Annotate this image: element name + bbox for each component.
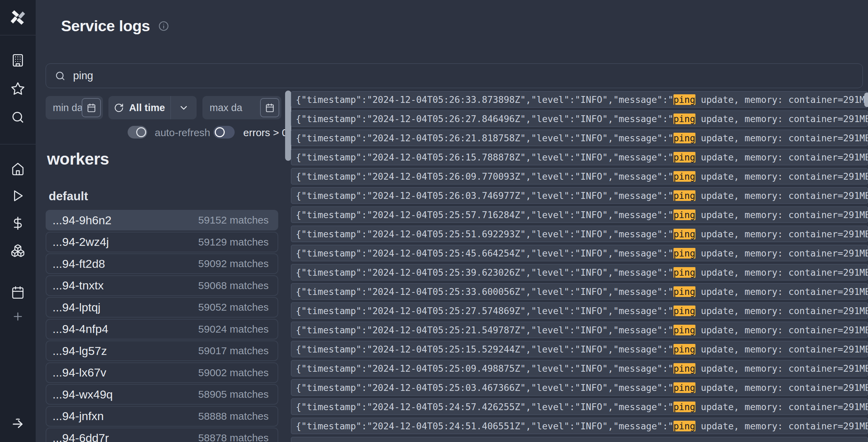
log-row[interactable]: {"timestamp":" 2024-12-04T05:25:57.71628… <box>291 206 868 223</box>
right-scrollbar-thumb[interactable] <box>864 93 868 107</box>
log-row[interactable]: {"timestamp":" 2024-12-04T05:25:39.62302… <box>291 264 868 280</box>
sidebar-divider <box>0 144 36 144</box>
log-timestamp: 2024-12-04T05:26:15.788878Z <box>372 152 520 163</box>
worker-row[interactable]: ...94-tnxtx 59068 matches <box>46 275 278 296</box>
log-json-mid: ","level":"INFO","message":" <box>520 171 673 182</box>
worker-row[interactable]: ...94-2wz4j 59129 matches <box>46 232 278 252</box>
max-date-field[interactable]: max da <box>202 96 281 119</box>
log-row[interactable]: {"timestamp":" 2024-12-04T05:25:33.60005… <box>291 283 868 300</box>
log-search-highlight: ping <box>673 267 695 278</box>
building-icon[interactable] <box>0 50 36 71</box>
worker-row[interactable]: ...94-wx49q 58905 matches <box>46 384 278 405</box>
calendar-icon[interactable] <box>0 282 36 303</box>
log-row[interactable]: {"timestamp":" 2024-12-04T05:26:03.74697… <box>291 187 868 204</box>
log-search-highlight: ping <box>673 286 695 297</box>
log-timestamp: 2024-12-04T05:25:21.549787Z <box>372 325 520 335</box>
worker-match-count: 58888 matches <box>198 410 269 422</box>
log-message-suffix: update, memory: container=291MB <box>695 229 868 239</box>
toggle-knob <box>136 127 146 137</box>
max-date-placeholder: max da <box>202 102 242 114</box>
refresh-icon <box>114 103 124 113</box>
log-json-prefix: {"timestamp":" <box>296 114 372 124</box>
log-row[interactable]: {"timestamp":" 2024-12-04T05:24:57.42625… <box>291 398 868 415</box>
log-message-suffix: update, memory: container=291MB <box>695 363 868 374</box>
boxes-icon[interactable] <box>0 240 36 261</box>
log-search-highlight: ping <box>673 402 695 412</box>
main-content: Service logs min da All time <box>36 0 868 442</box>
info-circle-icon[interactable] <box>158 21 169 32</box>
log-scrollbar-thumb[interactable] <box>285 91 291 161</box>
log-row[interactable]: {"timestamp":" 2024-12-04T05:24:51.40655… <box>291 418 868 434</box>
worker-row[interactable]: ...94-lx67v 59002 matches <box>46 362 278 383</box>
workers-heading: workers <box>47 150 109 168</box>
windmill-logo[interactable] <box>0 0 36 35</box>
worker-row[interactable]: ...94-lg57z 59017 matches <box>46 341 278 361</box>
log-search-highlight: ping <box>673 229 695 239</box>
log-row[interactable]: {"timestamp":" 2024-12-04T05:26:33.87389… <box>291 91 868 108</box>
max-date-calendar-button[interactable] <box>260 98 279 117</box>
time-range-main[interactable]: All time <box>108 96 171 119</box>
log-message-suffix: update, memory: container=291MB <box>695 382 868 393</box>
worker-row[interactable]: ...94-ft2d8 59092 matches <box>46 253 278 274</box>
expand-sidebar-arrow-icon[interactable] <box>0 414 36 434</box>
log-row[interactable]: {"timestamp":" 2024-12-04T05:26:09.77009… <box>291 168 868 184</box>
worker-row[interactable]: ...94-4nfp4 59024 matches <box>46 319 278 339</box>
log-row[interactable]: {"timestamp":" 2024-12-04T05:25:15.52924… <box>291 341 868 357</box>
worker-row[interactable]: ...94-lptqj 59052 matches <box>46 297 278 318</box>
log-timestamp: 2024-12-04T05:26:09.770093Z <box>372 171 520 182</box>
dollar-icon[interactable] <box>0 213 36 234</box>
worker-group-heading: default <box>49 189 88 203</box>
log-row[interactable]: {"timestamp":" 2024-12-04T05:26:21.81875… <box>291 130 868 146</box>
min-date-calendar-button[interactable] <box>82 98 101 117</box>
min-date-field[interactable]: min da <box>46 96 103 119</box>
log-timestamp: 2024-12-04T05:26:21.818758Z <box>372 133 520 143</box>
worker-row[interactable]: ...94-9h6n2 59152 matches <box>46 210 278 230</box>
toggle-knob <box>215 127 225 137</box>
worker-list: ...94-9h6n2 59152 matches ...94-2wz4j 59… <box>46 210 278 442</box>
log-search-highlight: ping <box>673 325 695 335</box>
log-row[interactable]: {"timestamp":" 2024-12-04T05:25:51.69229… <box>291 226 868 242</box>
log-json-prefix: {"timestamp":" <box>296 267 372 278</box>
worker-row[interactable]: ...94-jnfxn 58888 matches <box>46 406 278 427</box>
worker-match-count: 59017 matches <box>198 345 269 357</box>
plus-icon[interactable] <box>0 306 36 327</box>
worker-match-count: 59002 matches <box>198 367 269 379</box>
time-range-dropdown-button[interactable] <box>171 96 197 119</box>
worker-row[interactable]: ...94-6dd7r 58878 matches <box>46 428 278 442</box>
errors-toggle[interactable] <box>213 126 235 139</box>
log-row[interactable]: {"timestamp":" 2024-12-04T05:26:27.84649… <box>291 110 868 127</box>
log-row[interactable]: {"timestamp":" 2024-12-04T05:25:45.66425… <box>291 245 868 261</box>
log-timestamp: 2024-12-04T05:25:57.716284Z <box>372 210 520 220</box>
log-message-suffix: update, memory: container=291MB <box>695 171 868 182</box>
log-list: {"timestamp":" 2024-12-04T05:26:33.87389… <box>291 91 868 442</box>
log-row[interactable]: {"timestamp":" 2024-12-04T05:25:21.54978… <box>291 322 868 338</box>
log-message-suffix: update, memory: container=291MB <box>695 152 868 163</box>
log-message-suffix: update, memory: container=291MB <box>695 306 868 316</box>
worker-match-count: 59092 matches <box>198 258 269 270</box>
log-json-mid: ","level":"INFO","message":" <box>520 229 673 239</box>
log-search-highlight: ping <box>673 248 695 259</box>
worker-name: ...94-4nfp4 <box>52 322 108 336</box>
time-range-label: All time <box>129 102 165 114</box>
log-timestamp: 2024-12-04T05:25:33.600056Z <box>372 286 520 297</box>
log-row[interactable]: {"timestamp":" 2024-12-04T05:25:09.49887… <box>291 360 868 377</box>
play-icon[interactable] <box>0 186 36 206</box>
log-search-highlight: ping <box>673 363 695 374</box>
search-icon[interactable] <box>0 107 36 128</box>
calendar-icon <box>265 103 274 112</box>
log-json-mid: ","level":"INFO","message":" <box>520 94 673 105</box>
log-row[interactable]: {"timestamp":" 2024-12-04T05:25:03.46736… <box>291 379 868 396</box>
log-row[interactable]: {"timestamp":" 2024-12-04T05:25:27.57486… <box>291 302 868 319</box>
time-range-button: All time <box>108 96 197 119</box>
log-json-mid: ","level":"INFO","message":" <box>520 210 673 220</box>
home-icon[interactable] <box>0 159 36 179</box>
star-icon[interactable] <box>0 79 36 99</box>
log-json-mid: ","level":"INFO","message":" <box>520 344 673 355</box>
log-json-prefix: {"timestamp":" <box>296 402 372 412</box>
log-row[interactable]: {"timestamp":" 2024-12-04T05:26:15.78887… <box>291 149 868 165</box>
auto-refresh-toggle[interactable] <box>128 126 147 139</box>
search-input[interactable] <box>73 70 854 82</box>
log-search-highlight: ping <box>673 421 695 431</box>
log-json-mid: ","level":"INFO","message":" <box>520 382 673 393</box>
log-message-suffix: update, memory: container=291MB <box>695 325 868 335</box>
